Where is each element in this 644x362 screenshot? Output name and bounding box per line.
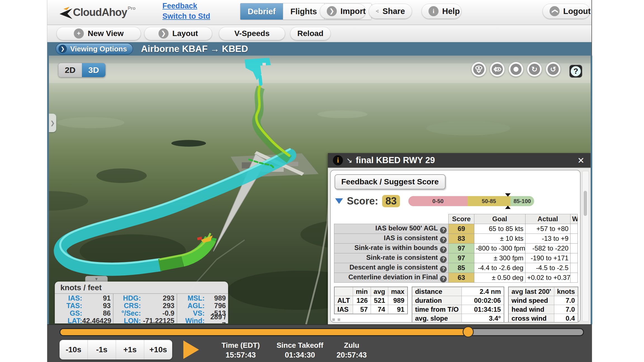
share-nodes-icon (376, 6, 379, 16)
minmax-label: IAS (334, 305, 353, 314)
logo-text: CloudAhoy (73, 6, 127, 18)
wind-stats-table: avg last 200'knotswind speed7.0head wind… (508, 287, 578, 323)
tab-flights[interactable]: Flights (283, 3, 325, 20)
telemetry-column-2: HDG:293CRS:293°/Sec:-0.9LON:-71.22125 (113, 294, 177, 323)
minmax-value: 521 (371, 296, 388, 305)
criterion-score: 83 (449, 234, 474, 244)
criterion-help-icon[interactable]: ? (440, 256, 447, 263)
score-panel-header[interactable]: i ↘ final KBED RWY 29 ✕ (328, 153, 591, 168)
score-value-badge: 83 (382, 195, 400, 207)
clock-label: Zulu (318, 341, 385, 350)
score-row: Score: 83 0-50 50-85 85-100 (335, 195, 578, 207)
leg-stat-label: time from T/O (412, 305, 462, 314)
telemetry-value: 42.46429 (82, 317, 111, 323)
feedback-suggest-score-button[interactable]: Feedback / Suggest Score (335, 174, 446, 189)
clock-2: Zulu20:57:43 (318, 341, 385, 359)
new-view-label: New View (88, 29, 124, 38)
record-dot-icon (513, 67, 518, 72)
import-button[interactable]: ❯ Import (320, 4, 366, 19)
screen: CloudAhoy Pro Feedback Switch to Std Deb… (0, 0, 644, 362)
skip-minus1s-button[interactable]: -1s (88, 340, 116, 359)
telemetry-value: 86 (82, 309, 111, 317)
criterion-help-icon[interactable]: ? (440, 227, 447, 234)
telemetry-row: Wind:289 / 7 (179, 317, 226, 323)
telemetry-row: GS:86 (56, 309, 111, 317)
telemetry-value: 796 (205, 302, 226, 310)
viewing-options-button[interactable]: ❯ Viewing Options (56, 43, 133, 55)
criterion-text: IAS below 500' AGL (375, 224, 438, 232)
minmax-label: ALT (334, 296, 353, 305)
map-dimension-toggle: 2D 3D (58, 63, 106, 77)
criterion-score: 97 (449, 244, 474, 253)
criterion-help-icon[interactable]: ? (440, 237, 447, 243)
timeline-slider[interactable] (60, 328, 584, 336)
close-icon[interactable]: ✕ (576, 156, 586, 165)
feedback-link[interactable]: Feedback (162, 2, 210, 10)
minmax-header-row: minavgmax (334, 287, 408, 296)
segment-title: final KBED RWY 29 (356, 155, 576, 165)
score-col-header: W (570, 214, 577, 224)
toggle-3d-button[interactable]: 3D (82, 63, 105, 77)
criterion-actual: -13 to +9 (525, 234, 570, 244)
telemetry-label: GS: (56, 309, 82, 317)
toggle-2d-button[interactable]: 2D (58, 63, 82, 77)
criterion-actual: +57 to +80 (525, 224, 570, 234)
criterion-weight (570, 263, 577, 273)
panel-scrollbar[interactable] (582, 171, 589, 321)
tab-debrief[interactable]: Debrief (240, 3, 283, 20)
collapse-triangle-icon[interactable] (335, 198, 343, 204)
telemetry-value: 91 (82, 294, 111, 302)
camera-look-back-button[interactable] (490, 62, 505, 77)
wind-value: 7.0 (554, 296, 578, 305)
wind-value: 7.0 (554, 305, 578, 314)
leg-stat-value: 00:02:06 (461, 296, 504, 305)
telemetry-label: AGL: (179, 302, 205, 310)
segment-stats: minavgmaxALT126521989IAS577491 distance2… (334, 287, 578, 323)
leg-stat-row: distance2.4 nm (412, 287, 504, 296)
left-panel-expand-tab[interactable]: ❯ (49, 114, 56, 132)
panel-scrollbar-thumb[interactable] (584, 191, 587, 216)
playback-bar: -10s-1s+1s+10s Time (EDT)15:57:43Since T… (47, 324, 591, 362)
map-help-button[interactable]: ? (569, 65, 582, 78)
resize-dots (332, 318, 340, 321)
viewing-options-label: Viewing Options (70, 45, 127, 53)
wind-header: knots (554, 287, 578, 296)
criterion-help-icon[interactable]: ? (440, 246, 447, 253)
skip-minus10s-button[interactable]: -10s (60, 340, 88, 359)
criterion-label: IAS is consistent? (334, 234, 449, 244)
telemetry-value: 293 (141, 302, 174, 310)
criterion-help-icon[interactable]: ? (440, 266, 447, 273)
skip-plus10s-button[interactable]: +10s (144, 340, 172, 359)
telemetry-collapse-tab[interactable]: ▼ (85, 276, 108, 282)
reload-button[interactable]: Reload (290, 27, 331, 40)
map-3d-view[interactable]: 2D 3D ❯ ↻ ↺ ? (47, 56, 592, 324)
criterion-text: Descent angle is consistent (349, 263, 438, 271)
rotate-clockwise-button[interactable]: ↻ (527, 62, 542, 77)
logout-button[interactable]: ❯ Logout (543, 4, 590, 19)
switch-to-std-link[interactable]: Switch to Std (162, 12, 210, 21)
criterion-goal: -800 to -300 fpm (474, 244, 525, 253)
help-button[interactable]: i Help (422, 4, 461, 19)
camera-look-down-button[interactable] (472, 62, 486, 77)
rotate-counterclockwise-button[interactable]: ↺ (546, 62, 560, 77)
skip-buttons: -10s-1s+1s+10s (60, 340, 172, 359)
play-button[interactable] (183, 340, 199, 359)
scale-low-range: 0-50 (408, 196, 468, 206)
timeline-handle[interactable] (463, 326, 474, 337)
score-marker-bottom (505, 206, 511, 209)
new-view-button[interactable]: + New View (56, 27, 141, 40)
share-button[interactable]: Share (369, 4, 412, 19)
clock-0: Time (EDT)15:57:43 (207, 341, 274, 359)
v-speeds-button[interactable]: V-Speeds (219, 27, 285, 40)
scale-high-range: 85-100 (510, 196, 534, 206)
telemetry-label: IAS: (56, 294, 82, 302)
center-view-button[interactable] (509, 62, 523, 77)
criterion-label: Sink-rate is within bounds? (334, 244, 449, 253)
criterion-label: Sink-rate is consistent? (334, 253, 449, 263)
criterion-help-icon[interactable]: ? (440, 276, 447, 282)
score-table-row: Sink-rate is consistent?97± 300 fpm-190 … (334, 253, 578, 263)
skip-plus1s-button[interactable]: +1s (116, 340, 144, 359)
segment-info-icon[interactable]: i (333, 155, 343, 165)
layout-button[interactable]: ❯ Layout (144, 27, 212, 40)
telemetry-value: 93 (82, 302, 111, 310)
